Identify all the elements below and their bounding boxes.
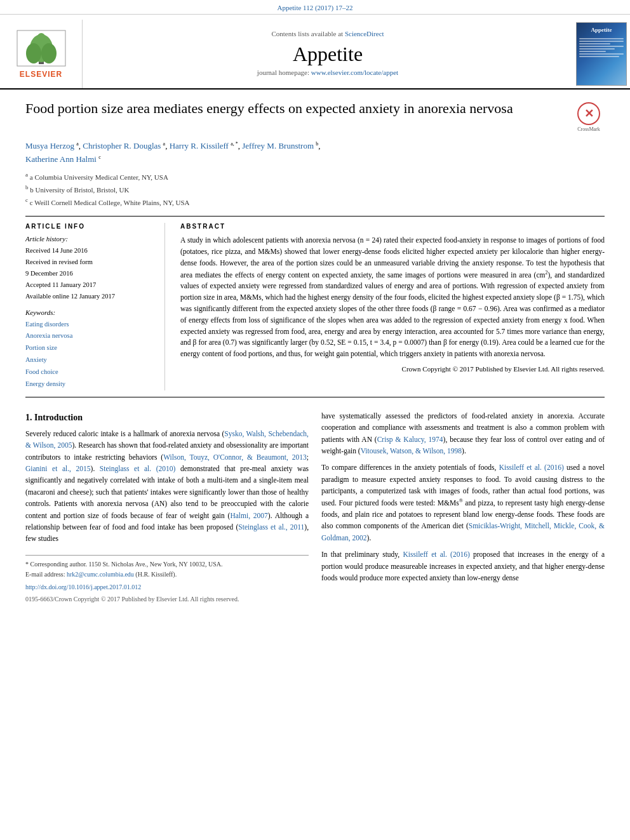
abstract-copyright: Crown Copyright © 2017 Published by Else…	[180, 364, 605, 375]
body-content: 1. Introduction Severely reduced caloric…	[25, 410, 605, 604]
footnote-area: * Corresponding author. 1150 St. Nichola…	[25, 555, 309, 604]
body-right-col: have systematically assessed the predict…	[321, 410, 605, 604]
journal-title: Appetite	[293, 43, 363, 66]
affiliation-b: b b University of Bristol, Bristol, UK	[25, 183, 605, 196]
keyword-3: Portion size	[25, 342, 156, 354]
journal-url[interactable]: www.elsevier.com/locate/appet	[311, 69, 398, 76]
ref-wilson[interactable]: Wilson, Touyz, O'Connor, & Beaumont, 201…	[163, 453, 307, 461]
body-left-col: 1. Introduction Severely reduced caloric…	[25, 410, 309, 604]
journal-center-info: Contents lists available at ScienceDirec…	[83, 20, 573, 88]
authors-line: Musya Herzog a, Christopher R. Douglas a…	[25, 140, 605, 166]
author-katherine[interactable]: Katherine Ann Halmi	[25, 154, 97, 164]
cover-decorative	[579, 37, 624, 58]
sciencedirect-link[interactable]: ScienceDirect	[345, 30, 384, 37]
intro-heading: 1. Introduction	[25, 413, 309, 423]
svg-point-3	[41, 43, 57, 63]
affiliation-a: a a Columbia University Medical Center, …	[25, 170, 605, 183]
keyword-6: Energy density	[25, 378, 156, 390]
intro-right-text-2: To compare differences in the anxiety po…	[321, 462, 605, 543]
article-area: Food portion size area mediates energy e…	[0, 90, 630, 617]
keyword-1: Eating disorders	[25, 319, 156, 331]
ref-sysko[interactable]: Sysko, Walsh, Schebendach, & Wilson, 200…	[25, 430, 309, 449]
author-harry[interactable]: Harry R. Kissileff	[170, 141, 229, 150]
contents-available-text: Contents lists available at ScienceDirec…	[271, 30, 384, 37]
journal-citation: Appetite 112 (2017) 17–22	[277, 4, 352, 11]
article-info-label: ARTICLE INFO	[25, 223, 156, 230]
keyword-list: Eating disorders Anorexia nervosa Portio…	[25, 319, 156, 390]
keywords-label: Keywords:	[25, 309, 156, 316]
keyword-4: Anxiety	[25, 354, 156, 366]
journal-title-bar: ELSEVIER Contents lists available at Sci…	[0, 15, 630, 90]
svg-point-4	[37, 33, 45, 41]
intro-right-text-1: have systematically assessed the predict…	[321, 410, 605, 457]
article-title-section: Food portion size area mediates energy e…	[25, 100, 605, 132]
copyright-footer: 0195-6663/Crown Copyright © 2017 Publish…	[25, 594, 309, 604]
keyword-5: Food choice	[25, 366, 156, 378]
ref-crisp[interactable]: Crisp & Kalucy, 1974	[377, 436, 443, 443]
history-label: Article history:	[25, 235, 156, 243]
doi-line[interactable]: http://dx.doi.org/10.1016/j.appet.2017.0…	[25, 582, 309, 592]
cover-title-text: Appetite	[591, 27, 612, 33]
author-jeffrey[interactable]: Jeffrey M. Brunstrom	[242, 141, 314, 150]
doi-link[interactable]: http://dx.doi.org/10.1016/j.appet.2017.0…	[25, 583, 141, 590]
intro-left-text: Severely reduced caloric intake is a hal…	[25, 428, 309, 545]
email-note: E-mail address: hrk2@cumc.columbia.edu (…	[25, 570, 309, 580]
crossmark-label: CrossMark	[577, 126, 600, 132]
affiliations: a a Columbia University Medical Center, …	[25, 170, 605, 209]
abstract-label: ABSTRACT	[180, 223, 605, 230]
author-christopher[interactable]: Christopher R. Douglas	[83, 141, 161, 150]
email-link[interactable]: hrk2@cumc.columbia.edu	[67, 571, 134, 578]
elsevier-tree-icon	[16, 29, 67, 67]
ref-steinglass2011[interactable]: Steinglass et al., 2011	[238, 523, 304, 531]
ref-kissileff2016b[interactable]: Kissileff et al. (2016)	[403, 550, 470, 558]
author-musya[interactable]: Musya Herzog	[25, 141, 74, 150]
elsevier-wordmark: ELSEVIER	[20, 70, 62, 79]
abstract-text: A study in which adolescent patients wit…	[180, 235, 605, 375]
available-date: Available online 12 January 2017	[25, 291, 156, 302]
abstract-col: ABSTRACT A study in which adolescent pat…	[178, 223, 605, 390]
elsevier-logo-area: ELSEVIER	[0, 20, 83, 88]
accepted-date: Accepted 11 January 2017	[25, 279, 156, 291]
journal-cover-image: Appetite	[573, 20, 630, 88]
info-abstract-row: ARTICLE INFO Article history: Received 1…	[25, 216, 605, 397]
article-title: Food portion size area mediates energy e…	[25, 100, 566, 118]
crossmark-icon: ✕	[577, 102, 600, 125]
ref-vitousek[interactable]: Vitousek, Watson, & Wilson, 1998	[361, 447, 462, 455]
ref-steinglass2010[interactable]: Steinglass et al. (2010)	[100, 465, 176, 472]
article-dates: Received 14 June 2016 Received in revise…	[25, 245, 156, 302]
ref-smiciklas[interactable]: Smiciklas-Wright, Mitchell, Mickle, Cook…	[321, 522, 605, 541]
journal-citation-bar: Appetite 112 (2017) 17–22	[0, 0, 630, 15]
affiliation-c: c c Weill Cornell Medical College, White…	[25, 196, 605, 208]
keyword-2: Anorexia nervosa	[25, 330, 156, 342]
ref-halmi[interactable]: Halmi, 2007	[230, 512, 267, 519]
cover-thumbnail: Appetite	[576, 22, 627, 86]
revised-date: Received in revised form9 December 2016	[25, 257, 156, 279]
intro-right-text-3: In that preliminary study, Kissileff et …	[321, 549, 605, 583]
ref-kissileff2016[interactable]: Kissileff et al. (2016)	[499, 463, 564, 471]
received-date: Received 14 June 2016	[25, 245, 156, 257]
svg-point-2	[26, 43, 41, 63]
corresponding-author-note: * Corresponding author. 1150 St. Nichola…	[25, 559, 309, 570]
ref-gianini[interactable]: Gianini et al., 2015	[25, 465, 91, 472]
journal-homepage: journal homepage: www.elsevier.com/locat…	[257, 69, 398, 76]
article-info-col: ARTICLE INFO Article history: Received 1…	[25, 223, 165, 390]
crossmark-badge[interactable]: ✕ CrossMark	[573, 102, 605, 132]
